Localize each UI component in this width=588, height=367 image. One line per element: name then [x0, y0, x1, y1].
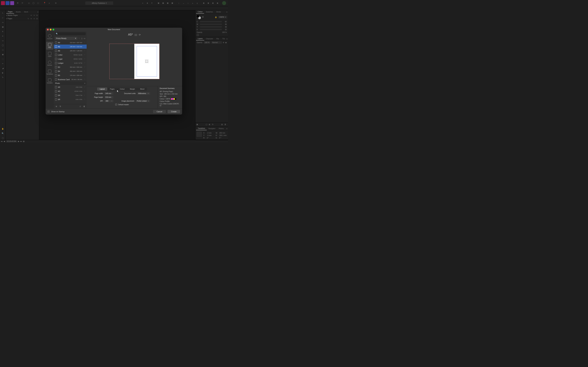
baseline-icon[interactable]: ≡ — [47, 1, 51, 5]
preset-item[interactable]: Ledger11 in × 17 in♡ — [54, 61, 87, 65]
edit-all-layers-icon[interactable]: ▣ — [196, 123, 199, 126]
master-pages-section[interactable]: ▸ Master Pages ⊕ ⧉ 🗑 — [6, 14, 39, 17]
zoom-tool-icon[interactable]: 🔍 — [1, 131, 5, 135]
add-page-icon[interactable]: ⊕ — [30, 17, 33, 20]
tab-pages[interactable]: Pages — [6, 10, 14, 14]
panel-menu-icon[interactable]: ≡ — [37, 11, 38, 13]
section-menu-icon[interactable]: ≡ — [84, 82, 85, 84]
sidebar-item-templates[interactable]: Templates — [46, 68, 53, 76]
arrange-front-icon[interactable]: ▣ — [170, 1, 174, 5]
page-options-icon[interactable]: ⇅ — [27, 17, 30, 20]
boolean-xor-icon[interactable]: ◉ — [216, 1, 219, 5]
tab-margin-settings[interactable]: Margin — [127, 87, 138, 91]
align-left-icon[interactable]: ⫞ — [177, 1, 181, 5]
blend-mode-select[interactable]: Normal — [211, 41, 222, 44]
image-placement-select[interactable]: Prefer Linked⇅ — [136, 100, 150, 102]
anchor-point-selector[interactable] — [197, 132, 202, 137]
preset-item[interactable]: B5176 mm × 250 mm♡ — [54, 73, 87, 77]
tab-character[interactable]: Character — [204, 37, 215, 41]
preset-item[interactable]: A6105 mm × 148 mm♡ — [54, 49, 87, 53]
tab-colour[interactable]: Colour — [196, 10, 204, 14]
preset-options-icon[interactable]: ⇅ — [59, 105, 62, 108]
first-page-icon[interactable]: ⏮ — [1, 140, 3, 142]
fx-icon[interactable]: fx — [212, 123, 215, 126]
portrait-icon[interactable]: ▯ — [81, 37, 83, 40]
account-avatar-icon[interactable] — [222, 1, 226, 5]
arrange-back-icon[interactable]: ▣ — [156, 1, 160, 5]
panel-menu-icon[interactable]: ≡ — [226, 128, 227, 130]
favourite-icon[interactable]: ♡ — [84, 50, 85, 52]
page-height-input[interactable]: 210 mm — [104, 96, 113, 99]
rounded-rect-tool-icon[interactable]: ▢ — [1, 48, 5, 52]
duplicate-master-icon[interactable]: ⧉ — [33, 14, 35, 17]
favourite-icon[interactable]: ♡ — [84, 46, 85, 48]
layer-fx-icon[interactable]: ◉ — [225, 42, 227, 43]
transform-w-input[interactable]: 260 mm — [219, 132, 227, 134]
boolean-intersect-icon[interactable]: ◉ — [211, 1, 215, 5]
boolean-subtract-icon[interactable]: ◉ — [206, 1, 210, 5]
preset-list[interactable]: A4210 mm × 297 mm♡A5148 mm × 210 mm♡A610… — [54, 41, 87, 104]
preset-item[interactable]: Letter8.5 in × 11 in♡ — [54, 53, 87, 57]
channel-c-slider[interactable]: C82 — [195, 20, 228, 23]
show-on-startup-checkbox[interactable]: ✓ — [48, 111, 50, 113]
picture-frame-tool-icon[interactable]: ▣ — [1, 52, 5, 56]
pages-section[interactable]: ▸ Pages ⇅ ⊕ ⧉ 🗑 — [6, 17, 39, 20]
preset-search-input[interactable] — [55, 32, 86, 35]
sidebar-item-account[interactable]: Account — [46, 33, 53, 41]
tab-history[interactable]: History — [217, 127, 225, 130]
lock-icon[interactable]: 🔒 — [215, 16, 217, 18]
sidebar-item-new[interactable]: New — [46, 42, 53, 50]
noise-toggle-icon[interactable] — [197, 34, 199, 36]
tab-navigator[interactable]: Navigator — [207, 127, 217, 130]
category-select[interactable]: Press Ready ⇅ — [55, 37, 78, 40]
channel-m-slider[interactable]: M96 — [195, 23, 228, 25]
close-window-icon[interactable] — [47, 29, 49, 31]
favourite-icon[interactable]: ♡ — [84, 99, 85, 100]
move-tool-icon[interactable]: ↖ — [1, 11, 5, 15]
add-preset-icon[interactable]: ⊕ — [55, 105, 58, 108]
preset-item[interactable]: 6R6 in × 8 in♡ — [54, 97, 87, 101]
delete-page-icon[interactable]: 🗑 — [36, 17, 38, 20]
dpi-input[interactable]: 300▾ — [104, 100, 113, 102]
default-master-checkbox[interactable]: ✓ — [115, 104, 117, 106]
preset-warning-icon[interactable]: ⚠ — [79, 105, 82, 108]
next-page-icon[interactable]: ▶ — [18, 140, 19, 142]
pin-icon[interactable]: 📍 — [43, 1, 47, 5]
favourite-icon[interactable]: ♡ — [84, 70, 85, 72]
preset-item[interactable]: B4250 mm × 353 mm♡ — [54, 69, 87, 73]
transparency-tool-icon[interactable]: ◐ — [1, 71, 5, 75]
page-indicator[interactable]: 12,13 of 124 — [6, 140, 17, 142]
favourite-icon[interactable]: ♡ — [84, 58, 85, 60]
snap-icon[interactable]: ▭ — [27, 1, 31, 5]
tab-layers[interactable]: Layers — [196, 37, 204, 41]
align-right-icon[interactable]: ⫟ — [186, 1, 190, 5]
node-tool-icon[interactable]: ▷ — [1, 16, 5, 20]
panel-menu-icon[interactable]: ≡ — [226, 11, 227, 13]
tab-pages-settings[interactable]: Pages — [107, 87, 117, 91]
add-layer-icon[interactable]: ▤ — [221, 123, 224, 126]
delete-layer-icon[interactable]: 🗑 — [225, 123, 227, 126]
table-tool-icon[interactable]: ▦ — [1, 25, 5, 29]
sidebar-item-samples[interactable]: Samples — [46, 77, 53, 85]
colour-wells[interactable] — [196, 15, 201, 19]
fill-swatch-icon[interactable]: ◯ — [1, 136, 5, 140]
snap-circle-icon[interactable]: ◯ — [32, 1, 35, 5]
preset-item[interactable]: A4210 mm × 297 mm♡ — [54, 41, 87, 45]
tab-assets[interactable]: Assets — [14, 10, 22, 14]
channel-k-slider[interactable]: K32 — [195, 28, 228, 31]
distribute-h-icon[interactable]: ⫨ — [191, 1, 195, 5]
prev-page-icon[interactable]: ◀ — [4, 140, 5, 142]
sync-icon[interactable]: ⟳ — [20, 1, 24, 5]
page-width-input[interactable]: 148 mm — [104, 92, 113, 95]
frame-text-tool-icon[interactable]: ▭ — [1, 20, 5, 24]
arrange-forward-icon[interactable]: ▣ — [166, 1, 170, 5]
panel-menu-icon[interactable]: ≡ — [226, 38, 227, 40]
favourite-icon[interactable]: ♡ — [84, 42, 85, 43]
create-button[interactable]: Create — [167, 110, 180, 113]
tab-bleed-settings[interactable]: Bleed — [138, 87, 147, 91]
facing-pages-icon[interactable]: ▯▯ — [135, 33, 137, 36]
minimize-window-icon[interactable] — [50, 29, 52, 31]
duplicate-page-icon[interactable]: ⧉ — [33, 17, 35, 20]
preflight-icon[interactable]: ▤ — [23, 140, 25, 142]
publisher-persona-icon[interactable] — [1, 1, 5, 5]
